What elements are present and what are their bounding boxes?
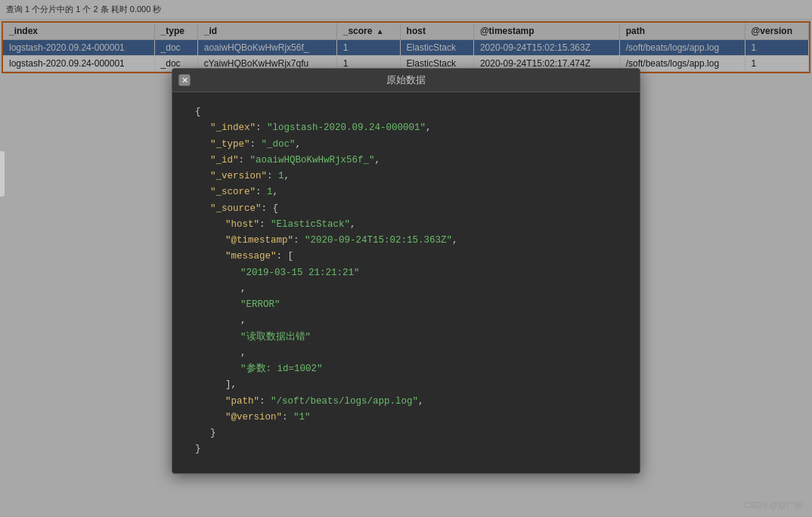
json-message-val4: "参数: id=1002" xyxy=(195,361,624,377)
json-type-line: "_type": "_doc", xyxy=(195,137,624,153)
json-timestamp-line: "@timestamp": "2020-09-24T15:02:15.363Z"… xyxy=(195,233,624,249)
json-message-val3: "读取数据出错" xyxy=(195,330,624,345)
json-message-comma1: , xyxy=(195,281,624,297)
json-message-open: "message": [ xyxy=(195,249,624,265)
json-atversion-line: "@version": "1" xyxy=(195,410,624,426)
json-message-comma2: , xyxy=(195,313,624,329)
json-path-line: "path": "/soft/beats/logs/app.log", xyxy=(195,394,624,410)
json-message-val2: "ERROR" xyxy=(195,297,624,313)
scroll-indicator[interactable] xyxy=(0,151,5,197)
json-close-brace: } xyxy=(195,441,624,457)
json-message-val1: "2019-03-15 21:21:21" xyxy=(195,265,624,281)
modal-header: ✕ 原始数据 xyxy=(172,69,640,92)
modal-body: { "_index": "logstash-2020.09.24-000001"… xyxy=(172,92,640,473)
json-id-line: "_id": "aoaiwHQBoKwHwRjx56f_", xyxy=(195,153,624,169)
json-open-brace: { xyxy=(195,104,624,120)
json-version-line: "_version": 1, xyxy=(195,169,624,184)
json-host-line: "host": "ElasticStack", xyxy=(195,217,624,233)
modal-close-button[interactable]: ✕ xyxy=(178,74,191,86)
raw-data-modal: ✕ 原始数据 { "_index": "logstash-2020.09.24-… xyxy=(172,68,640,474)
json-source-open: "_source": { xyxy=(195,201,624,217)
modal-title: 原始数据 xyxy=(386,73,426,87)
json-score-line: "_score": 1, xyxy=(195,184,624,200)
json-message-comma3: , xyxy=(195,345,624,361)
modal-overlay: ✕ 原始数据 { "_index": "logstash-2020.09.24-… xyxy=(0,0,812,517)
watermark: CSDN @赵广陆 xyxy=(744,500,803,511)
json-index-line: "_index": "logstash-2020.09.24-000001", xyxy=(195,120,624,136)
json-message-close: ], xyxy=(195,377,624,393)
json-source-close: } xyxy=(195,426,624,441)
